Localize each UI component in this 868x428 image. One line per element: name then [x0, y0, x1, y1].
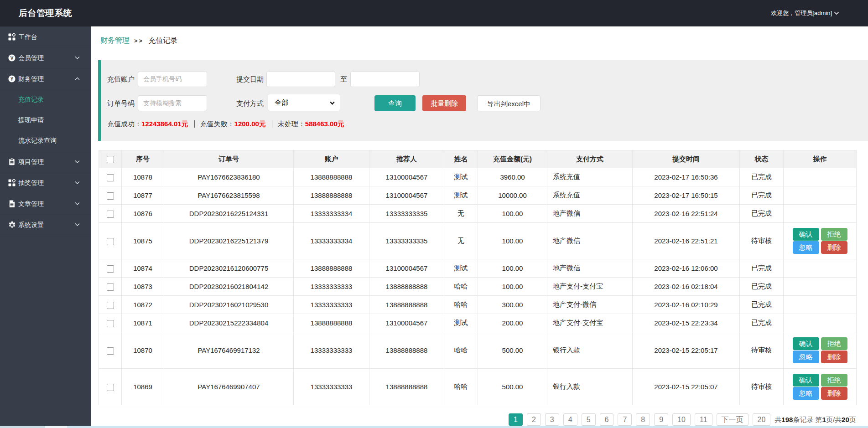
- svg-text:¥: ¥: [10, 76, 14, 82]
- svg-text:V: V: [10, 56, 14, 61]
